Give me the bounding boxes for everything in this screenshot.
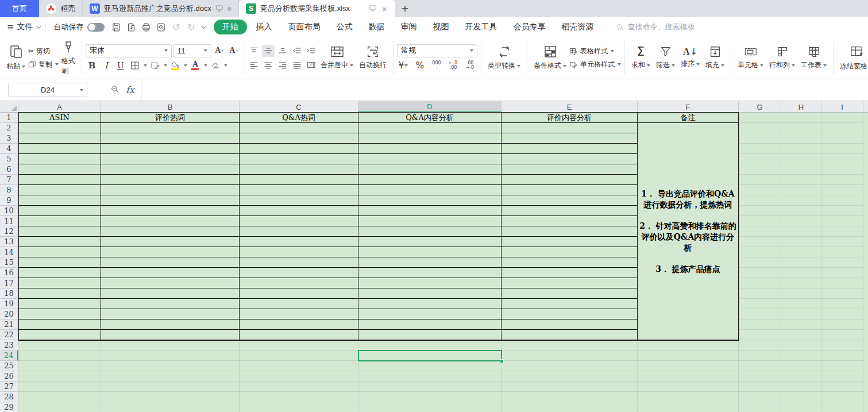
row-header-20[interactable]: 20: [0, 309, 18, 319]
cell-A18[interactable]: [18, 288, 101, 299]
cell-G1[interactable]: [739, 113, 781, 123]
column-header-H[interactable]: H: [781, 101, 821, 113]
cell-I5[interactable]: [821, 154, 863, 164]
ribbon-tab-formulas[interactable]: 公式: [330, 20, 360, 34]
cell-C28[interactable]: [240, 392, 358, 402]
cut-button[interactable]: ✂ 剪切: [28, 47, 59, 56]
cell-E19[interactable]: [501, 299, 638, 309]
cell-I13[interactable]: [821, 237, 863, 247]
cell-A20[interactable]: [18, 309, 101, 319]
ribbon-tab-page-layout[interactable]: 页面布局: [281, 20, 327, 34]
ribbon-tab-home[interactable]: 开始: [214, 20, 247, 34]
cell-E16[interactable]: [501, 268, 638, 278]
cell-D18[interactable]: [358, 288, 501, 299]
cell-F29[interactable]: [638, 402, 739, 412]
cell-G2[interactable]: [739, 123, 781, 133]
cell-E1[interactable]: 评价内容分析: [501, 113, 638, 123]
ribbon-tab-docer-resources[interactable]: 稻壳资源: [555, 20, 601, 34]
selected-cell-outline[interactable]: [358, 350, 502, 361]
worksheet-button[interactable]: 工作表: [798, 45, 830, 70]
cell-E13[interactable]: [501, 237, 638, 247]
column-header-C[interactable]: C: [240, 101, 358, 113]
notes-cell[interactable]: 1． 导出竞品评价和Q&A进行数据分析，提炼热词2． 针对高赞和排名靠前的评价以…: [638, 123, 739, 340]
sum-button[interactable]: Σ 求和: [628, 45, 653, 70]
command-search[interactable]: 查找命令、搜索模板: [616, 22, 695, 32]
cell-G9[interactable]: [739, 195, 781, 206]
cell-E26[interactable]: [501, 371, 638, 382]
cell-G10[interactable]: [739, 206, 781, 216]
cell-E12[interactable]: [501, 226, 638, 237]
row-header-1[interactable]: 1: [0, 113, 18, 123]
cell-H15[interactable]: [781, 257, 821, 268]
ribbon-tab-data[interactable]: 数据: [362, 20, 392, 34]
cell-E15[interactable]: [501, 257, 638, 268]
cell-B12[interactable]: [101, 226, 240, 237]
cell-A10[interactable]: [18, 206, 101, 216]
column-header-I[interactable]: I: [821, 101, 863, 113]
redo-icon[interactable]: ↻: [184, 20, 199, 34]
ribbon-tab-dev-tools[interactable]: 开发工具: [458, 20, 504, 34]
fill-handle[interactable]: [500, 359, 504, 363]
align-left-icon[interactable]: [248, 59, 260, 71]
cell-G8[interactable]: [739, 185, 781, 195]
cell-B25[interactable]: [101, 361, 240, 371]
conditional-format-button[interactable]: 条件格式: [531, 45, 569, 71]
column-header-E[interactable]: E: [501, 101, 638, 113]
row-header-13[interactable]: 13: [0, 237, 18, 247]
cell-D16[interactable]: [358, 268, 501, 278]
cell-A21[interactable]: [18, 319, 101, 330]
row-header-17[interactable]: 17: [0, 278, 18, 288]
cell-A11[interactable]: [18, 216, 101, 226]
cell-H7[interactable]: [781, 175, 821, 185]
cell-D26[interactable]: [358, 371, 501, 382]
cell-D6[interactable]: [358, 164, 501, 175]
cell-G21[interactable]: [739, 319, 781, 330]
cell-I2[interactable]: [821, 123, 863, 133]
cell-F23[interactable]: [638, 340, 739, 351]
cell-G16[interactable]: [739, 268, 781, 278]
column-header-A[interactable]: A: [18, 101, 101, 113]
row-header-11[interactable]: 11: [0, 216, 18, 226]
cell-G17[interactable]: [739, 278, 781, 288]
fill-color-button[interactable]: [169, 60, 182, 72]
cell-D17[interactable]: [358, 278, 501, 288]
cell-H23[interactable]: [781, 340, 821, 351]
cell-C26[interactable]: [240, 371, 358, 382]
cell-I7[interactable]: [821, 175, 863, 185]
cell-D28[interactable]: [358, 392, 501, 402]
cell-E20[interactable]: [501, 309, 638, 319]
cell-A5[interactable]: [18, 154, 101, 164]
cell-H18[interactable]: [781, 288, 821, 299]
cell-I25[interactable]: [821, 361, 863, 371]
row-header-21[interactable]: 21: [0, 319, 18, 330]
cell-B18[interactable]: [101, 288, 240, 299]
cell-I11[interactable]: [821, 216, 863, 226]
cell-E25[interactable]: [501, 361, 638, 371]
cell-G24[interactable]: [739, 351, 781, 361]
cell-C11[interactable]: [240, 216, 358, 226]
cell-H25[interactable]: [781, 361, 821, 371]
cell-G3[interactable]: [739, 133, 781, 144]
sort-button[interactable]: A ↓ 排序: [678, 47, 703, 69]
new-tab-button[interactable]: +: [395, 0, 415, 17]
cell-I23[interactable]: [821, 340, 863, 351]
cell-B8[interactable]: [101, 185, 240, 195]
cell-B13[interactable]: [101, 237, 240, 247]
cell-H6[interactable]: [781, 164, 821, 175]
cell-B19[interactable]: [101, 299, 240, 309]
increase-indent-icon[interactable]: [305, 45, 318, 57]
cell-C18[interactable]: [240, 288, 358, 299]
cell-B9[interactable]: [101, 195, 240, 206]
italic-button[interactable]: I: [100, 60, 113, 72]
currency-format-button[interactable]: ¥: [397, 60, 410, 72]
cell-G14[interactable]: [739, 247, 781, 257]
cell-E29[interactable]: [501, 402, 638, 412]
merge-center-button[interactable]: 合并居中: [318, 45, 356, 70]
cell-C10[interactable]: [240, 206, 358, 216]
cell-B28[interactable]: [101, 392, 240, 402]
cell-H2[interactable]: [781, 123, 821, 133]
cell-H12[interactable]: [781, 226, 821, 237]
decrease-font-icon[interactable]: A−: [227, 45, 240, 57]
thousand-separator-button[interactable]: 000，: [430, 60, 443, 72]
cell-D5[interactable]: [358, 154, 501, 164]
